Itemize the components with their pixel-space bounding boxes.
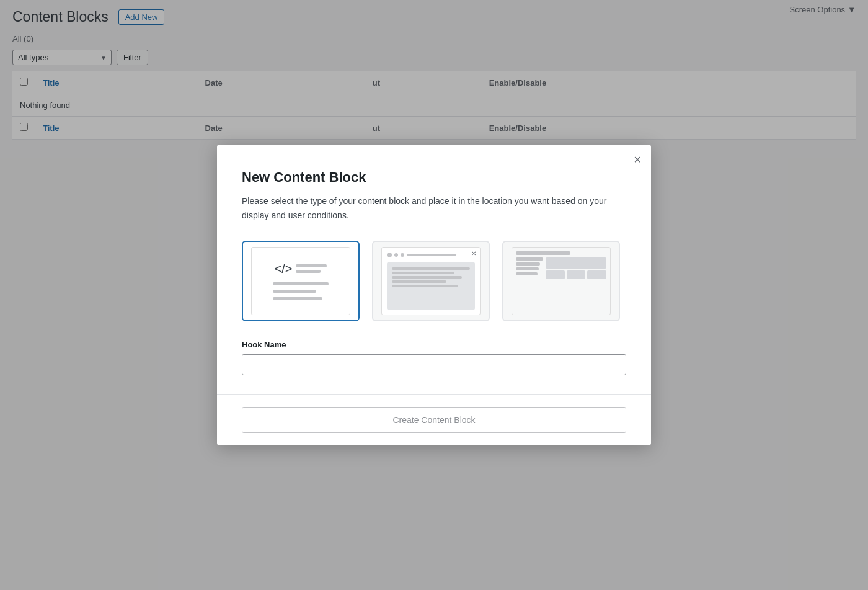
modal-close-button[interactable]: × <box>634 153 641 166</box>
modal-title: New Content Block <box>242 169 626 185</box>
template-sidebar <box>516 257 543 311</box>
code-line-4 <box>273 290 316 293</box>
visual-line-4 <box>392 280 446 283</box>
visual-dot-1 <box>387 253 392 257</box>
modal-overlay: × New Content Block Please select the ty… <box>0 0 868 590</box>
create-content-block-button[interactable]: Create Content Block <box>242 407 626 433</box>
new-content-block-modal: × New Content Block Please select the ty… <box>217 145 651 445</box>
visual-line-5 <box>392 285 458 287</box>
block-type-visual[interactable]: ✕ <box>372 241 490 321</box>
template-block-sm-3 <box>587 270 606 279</box>
template-card-inner <box>512 247 611 315</box>
code-line-5 <box>273 297 322 300</box>
sidebar-bar-1 <box>516 257 543 261</box>
hook-name-label: Hook Name <box>242 340 626 349</box>
sidebar-bar-3 <box>516 267 539 270</box>
code-extra-lines <box>273 282 329 300</box>
visual-line-3 <box>392 276 462 279</box>
template-main-area <box>516 257 606 311</box>
code-lines <box>296 264 327 273</box>
visual-card-inner: ✕ <box>381 247 480 315</box>
code-line-3 <box>273 282 329 285</box>
visual-card-top <box>387 253 475 257</box>
code-line-2 <box>296 270 321 273</box>
hook-name-section: Hook Name <box>242 340 626 375</box>
modal-body: × New Content Block Please select the ty… <box>217 145 651 394</box>
code-line-1 <box>296 264 327 267</box>
block-types-container: </> <box>242 241 626 321</box>
template-content-blocks-row <box>546 270 606 279</box>
visual-line-1 <box>392 267 470 270</box>
modal-footer: Create Content Block <box>217 394 651 445</box>
hook-name-input[interactable] <box>242 354 626 375</box>
visual-dot-2 <box>394 253 398 257</box>
template-content-area <box>546 257 606 311</box>
template-block-sm-1 <box>546 270 565 279</box>
visual-card-close-icon: ✕ <box>471 250 476 257</box>
sidebar-bar-4 <box>516 272 538 275</box>
visual-content-block <box>387 262 475 310</box>
code-icon: </> <box>275 262 327 276</box>
visual-line-2 <box>392 272 454 274</box>
block-type-code[interactable]: </> <box>242 241 360 321</box>
visual-bar <box>407 254 456 256</box>
modal-description: Please select the type of your content b… <box>242 194 626 222</box>
sidebar-bar-2 <box>516 262 540 266</box>
code-card-inner: </> <box>251 247 350 315</box>
template-block-sm-2 <box>567 270 586 279</box>
block-type-template[interactable]: Custom Template <box>502 241 620 321</box>
visual-dot-3 <box>401 253 404 257</box>
template-header-bar <box>516 251 570 255</box>
template-content-block-1 <box>546 257 606 269</box>
code-angle-brackets: </> <box>275 262 293 276</box>
